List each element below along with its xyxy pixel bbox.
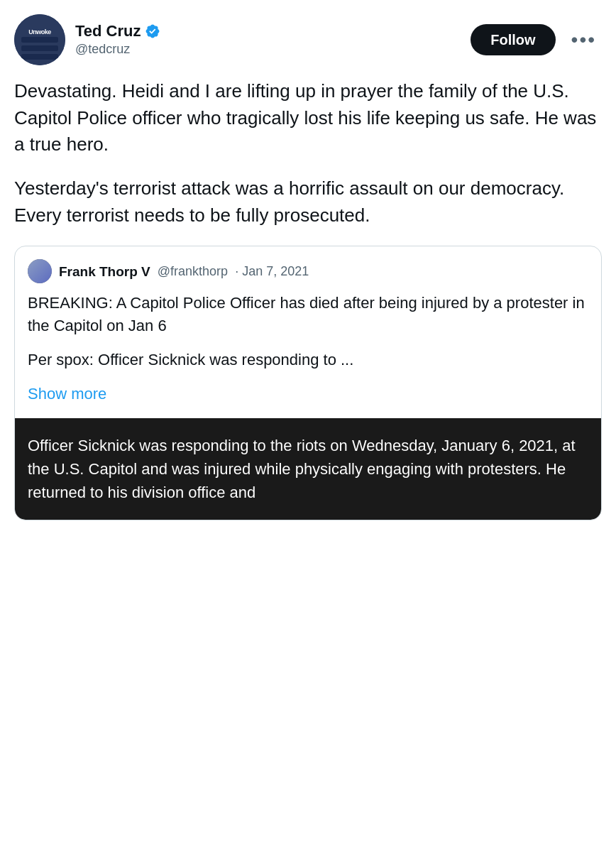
tweet-header: Unwoke Ted Cruz @tedcruz [14,14,602,65]
svg-rect-2 [21,37,58,43]
svg-rect-3 [21,45,58,51]
tweet-paragraph-2: Yesterday's terrorist attack was a horri… [14,175,602,229]
quoted-tweet[interactable]: Frank Thorp V @frankthorp · Jan 7, 2021 … [14,246,602,520]
author-name-row: Ted Cruz [75,22,160,40]
header-actions: Follow ••• [471,24,602,55]
avatar[interactable]: Unwoke [14,14,65,65]
tweet-container: Unwoke Ted Cruz @tedcruz [0,0,616,520]
quoted-body-line1: BREAKING: A Capitol Police Officer has d… [28,292,588,337]
dark-card-text: Officer Sicknick was responding to the r… [28,434,588,504]
author-info: Ted Cruz @tedcruz [75,22,160,58]
quoted-author-name: Frank Thorp V [59,262,150,282]
quoted-body-line2: Per spox: Officer Sicknick was respondin… [28,349,588,371]
quoted-body: BREAKING: A Capitol Police Officer has d… [28,292,588,371]
dark-card: Officer Sicknick was responding to the r… [15,418,601,520]
author-name[interactable]: Ted Cruz [75,22,141,40]
more-icon: ••• [571,28,596,51]
follow-button[interactable]: Follow [471,24,555,55]
svg-rect-4 [21,54,58,60]
quoted-avatar [28,259,52,283]
verified-icon [145,23,160,39]
tweet-body: Devastating. Heidi and I are lifting up … [14,78,602,520]
quoted-author-handle: @frankthorp [158,262,228,280]
svg-text:Unwoke: Unwoke [28,28,51,36]
author-handle[interactable]: @tedcruz [75,42,160,58]
tweet-paragraph-1: Devastating. Heidi and I are lifting up … [14,78,602,158]
tweet-author: Unwoke Ted Cruz @tedcruz [14,14,160,65]
quoted-tweet-header: Frank Thorp V @frankthorp · Jan 7, 2021 [28,259,588,283]
quoted-date: · Jan 7, 2021 [235,262,309,280]
show-more-link[interactable]: Show more [28,383,588,405]
more-button[interactable]: ••• [566,26,602,54]
